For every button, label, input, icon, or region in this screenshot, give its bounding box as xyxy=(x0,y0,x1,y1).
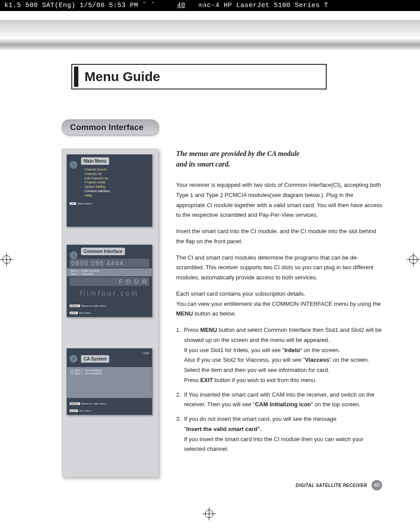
intro-line: The menus are provided by the CA module xyxy=(176,149,383,159)
bold-term: MENU xyxy=(176,310,193,317)
exit-key-icon: EXIT xyxy=(70,312,78,314)
menu-item: Utility xyxy=(85,193,149,198)
list-number: 2. xyxy=(176,390,184,410)
screenshot-title: CA System xyxy=(81,355,109,363)
paragraph: Each smart card contains your subscripti… xyxy=(176,289,383,319)
body-text: The menus are provided by the CA module … xyxy=(176,149,383,477)
foot-hint: Return to main menu xyxy=(81,304,106,307)
paragraph: Your receiver is equipped with two slots… xyxy=(176,180,383,220)
paragraph: Insert the smart card into the CI module… xyxy=(176,227,383,247)
list-number: 1. xyxy=(176,325,184,386)
ok-key-icon: OK xyxy=(70,202,76,205)
slot-label: Slot 2 : Viaccess xyxy=(70,272,148,275)
list-item: 2. If You inserted the smart card with C… xyxy=(176,390,383,410)
page-title: Menu Guide xyxy=(74,67,324,87)
list-item: 3. If you do not insert the smart card, … xyxy=(176,414,383,454)
back-icon: ‹ xyxy=(70,355,77,363)
page-footer: DIGITAL SATELLITE RECEIVER 40 xyxy=(296,480,382,490)
crop-mark-icon xyxy=(197,2,206,11)
menu-item-selected: Common Interface xyxy=(85,189,149,193)
bold-term: EXIT xyxy=(200,377,213,383)
foot-hint: Exit menu xyxy=(79,312,91,314)
footer-label: DIGITAL SATELLITE RECEIVER xyxy=(296,483,367,488)
print-header-left: k1.5 500 SAT(Eng) 1/5/06 5:53 PM ˘ ˇ xyxy=(4,2,155,9)
print-header-page: 40 xyxy=(177,2,185,9)
back-icon: ‹ xyxy=(70,251,77,259)
menu-key-icon: MENU xyxy=(70,304,80,307)
screenshot-common-interface: ‹ Common Interface 0800 096 4444 Slot 1 … xyxy=(66,245,152,317)
bold-term: Irdeto xyxy=(284,347,300,353)
screenshot-title: Common Interface xyxy=(81,248,125,255)
back-icon: ‹ xyxy=(70,161,77,169)
bold-term: Viaccess xyxy=(305,356,329,363)
menu-item: Edit Channel List xyxy=(85,176,149,181)
bold-term: MENU xyxy=(200,327,217,333)
foot-hint: Exit menu xyxy=(79,409,91,412)
screenshot-title: Main Menu xyxy=(81,157,109,165)
ghost-text: filmfour.com xyxy=(70,287,149,300)
print-header-right: mac-4 HP LaserJet 5100 Series T xyxy=(199,2,328,9)
menu-item: Program Guide xyxy=(85,180,149,185)
bold-term: Insert the valid smart card". xyxy=(186,426,262,432)
registration-mark-icon xyxy=(203,507,216,520)
slot-status: CI Slot 1 : Not installed xyxy=(70,369,148,372)
screenshot-sidebar: ‹ Main Menu Channel Search Channel List … xyxy=(62,149,158,477)
print-job-header: k1.5 500 SAT(Eng) 1/5/06 5:53 PM ˘ ˇ 40 … xyxy=(0,0,420,11)
screenshot-main-menu: ‹ Main Menu Channel Search Channel List … xyxy=(66,154,152,227)
registration-mark-icon xyxy=(0,253,13,266)
foot-hint: Return to main menu xyxy=(81,402,106,405)
bold-term: CAM Initializing icon xyxy=(255,401,311,408)
section-heading: Common Interface xyxy=(62,119,158,135)
menu-item: Channel List xyxy=(85,172,149,176)
registration-mark-icon xyxy=(407,253,420,266)
decorative-gradient-bar xyxy=(0,20,420,51)
slot-status: CI Slot 2 : Not installed xyxy=(70,372,148,375)
menu-key-icon: MENU xyxy=(70,402,80,405)
ghost-text: 0800 096 4444 xyxy=(70,259,149,267)
page-title-bar: Menu Guide xyxy=(71,64,327,89)
list-item: 1. Press MENU button and select Common I… xyxy=(176,325,383,386)
foot-hint: Select Menu xyxy=(77,202,92,205)
list-number: 3. xyxy=(176,414,184,454)
paragraph: The CI and smart card modules determine … xyxy=(176,253,383,283)
ghost-text: F O U R xyxy=(70,277,149,286)
exit-key-icon: EXIT xyxy=(70,409,78,412)
intro-line: and its smart card. xyxy=(176,159,383,170)
menu-item: Channel Search xyxy=(85,167,149,172)
menu-item: System Setting xyxy=(85,185,149,189)
dw-label: DW xyxy=(144,351,149,355)
page-number-badge: 40 xyxy=(372,480,382,490)
slot-label: Slot 1 : Irdeto Access xyxy=(70,269,148,272)
screenshot-ca-system: ←DW ‹ CA System CI Slot 1 : Not installe… xyxy=(66,348,152,415)
